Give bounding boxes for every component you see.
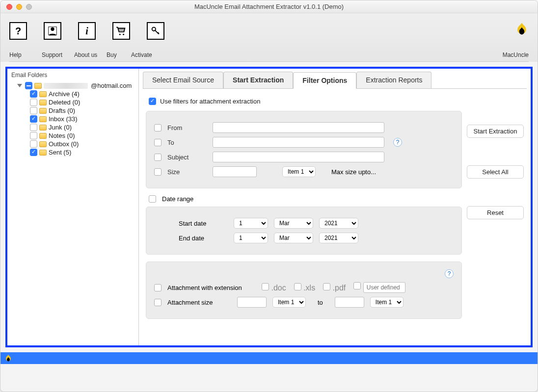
subject-input[interactable] <box>213 152 384 162</box>
folder-checkbox[interactable] <box>30 99 37 106</box>
help-button[interactable]: ? <box>9 22 27 40</box>
folder-checkbox[interactable] <box>30 124 37 131</box>
buy-button[interactable] <box>112 22 130 40</box>
start-year-select[interactable]: 2021 <box>319 218 358 229</box>
folder-checkbox[interactable] <box>30 90 37 98</box>
att-size-to-unit[interactable]: Item 1 <box>370 297 404 308</box>
ext-xls-checkbox[interactable] <box>294 283 301 290</box>
folder-label[interactable]: Notes (0) <box>49 132 75 139</box>
ext-pdf-label: .pdf <box>333 284 346 292</box>
folder-label[interactable]: Drafts (0) <box>49 107 75 114</box>
ext-doc-checkbox[interactable] <box>262 283 269 290</box>
folder-icon <box>39 150 47 156</box>
to-label: To <box>167 139 207 146</box>
from-checkbox[interactable] <box>154 124 161 131</box>
about-button[interactable]: i <box>78 22 96 40</box>
about-label[interactable]: About us <box>74 52 99 58</box>
att-ext-label: Attachment with extension <box>167 284 256 291</box>
svg-point-2 <box>119 34 121 35</box>
help-icon[interactable]: ? <box>393 138 402 147</box>
disclosure-triangle-icon[interactable] <box>17 84 22 87</box>
folder-checkbox[interactable] <box>30 115 37 123</box>
activate-label[interactable]: Activate <box>131 52 156 58</box>
subject-checkbox[interactable] <box>154 154 161 161</box>
support-label[interactable]: Support <box>42 52 66 58</box>
size-input[interactable] <box>213 166 257 177</box>
att-size-from-unit[interactable]: Item 1 <box>272 297 306 308</box>
buy-label[interactable]: Buy <box>107 52 123 58</box>
to-input[interactable] <box>213 137 384 148</box>
folder-label[interactable]: Outbox (0) <box>49 140 79 148</box>
folder-row: Drafts (0) <box>10 106 135 115</box>
brand-icon-small <box>4 354 12 362</box>
activate-button[interactable] <box>147 22 164 40</box>
folder-label[interactable]: Archive (4) <box>49 90 80 98</box>
end-year-select[interactable]: 2021 <box>319 233 358 243</box>
att-size-from-input[interactable] <box>237 297 267 308</box>
select-all-button[interactable]: Select All <box>467 165 524 179</box>
folder-checkbox[interactable] <box>30 107 37 114</box>
use-filters-label: Use filters for attachment extraction <box>160 98 260 105</box>
question-icon: ? <box>15 26 21 37</box>
reset-button[interactable]: Reset <box>467 206 524 219</box>
ext-pdf-checkbox[interactable] <box>323 283 330 290</box>
end-month-select[interactable]: Mar <box>274 233 313 243</box>
brand-label[interactable]: MacUncle <box>503 52 529 58</box>
folder-label[interactable]: Deleted (0) <box>49 99 80 106</box>
start-date-label: Start date <box>179 220 228 227</box>
support-button[interactable] <box>44 22 61 40</box>
ext-doc-label: .doc <box>271 284 286 292</box>
folder-icon <box>39 108 47 114</box>
start-day-select[interactable]: 1 <box>234 218 268 229</box>
status-bar <box>0 352 538 364</box>
folder-label[interactable]: Sent (5) <box>49 149 71 156</box>
sidebar-title: Email Folders <box>10 71 135 81</box>
start-extraction-button[interactable]: Start Extraction <box>467 125 524 138</box>
attachment-group: ? Attachment with extension .doc .xls .p… <box>146 261 462 319</box>
folder-row: Outbox (0) <box>10 140 135 148</box>
tab-filter-options[interactable]: Filter Options <box>293 72 356 89</box>
size-label: Size <box>167 168 207 176</box>
start-month-select[interactable]: Mar <box>274 218 313 229</box>
brand-logo <box>515 22 529 38</box>
folder-checkbox[interactable] <box>30 132 37 139</box>
att-size-to-input[interactable] <box>335 297 364 308</box>
att-size-checkbox[interactable] <box>154 299 161 306</box>
folder-row: Sent (5) <box>10 148 135 157</box>
info-icon: i <box>85 26 88 37</box>
to-checkbox[interactable] <box>154 139 161 146</box>
ext-xls-label: .xls <box>303 284 315 292</box>
size-unit-select[interactable]: Item 1 <box>282 166 316 177</box>
close-icon[interactable] <box>6 4 12 10</box>
from-input[interactable] <box>213 122 384 133</box>
date-range-checkbox[interactable] <box>149 195 156 203</box>
help-icon[interactable]: ? <box>445 269 454 278</box>
ext-user-input[interactable] <box>363 282 405 293</box>
folder-checkbox[interactable] <box>30 140 37 148</box>
max-size-hint: Max size upto... <box>331 168 376 176</box>
sidebar: Email Folders @hotmail.com Archive (4) D… <box>7 69 139 345</box>
folder-icon <box>39 91 47 97</box>
cart-icon <box>116 26 127 36</box>
folder-label[interactable]: Junk (0) <box>49 124 72 131</box>
folder-icon <box>39 100 47 105</box>
size-checkbox[interactable] <box>154 168 161 176</box>
ext-user-checkbox[interactable] <box>353 282 361 289</box>
att-size-label: Attachment size <box>167 299 231 306</box>
tab-start-extraction[interactable]: Start Extraction <box>223 72 293 88</box>
account-name-redacted <box>44 83 88 89</box>
titlebar: MacUncle Email Attachment Extractor v1.0… <box>0 0 538 13</box>
end-day-select[interactable]: 1 <box>234 233 268 243</box>
account-checkbox[interactable] <box>25 82 32 89</box>
folder-label[interactable]: Inbox (33) <box>49 115 78 123</box>
account-row[interactable]: @hotmail.com <box>10 81 135 90</box>
minimize-icon[interactable] <box>16 4 22 10</box>
att-ext-checkbox[interactable] <box>154 284 161 291</box>
end-date-label: End date <box>179 235 228 242</box>
help-label[interactable]: Help <box>9 52 34 58</box>
tab-select-source[interactable]: Select Email Source <box>143 72 223 88</box>
tab-extraction-reports[interactable]: Extraction Reports <box>356 72 431 88</box>
use-filters-checkbox[interactable] <box>149 98 156 105</box>
subject-label: Subject <box>167 154 207 161</box>
folder-checkbox[interactable] <box>30 149 37 156</box>
